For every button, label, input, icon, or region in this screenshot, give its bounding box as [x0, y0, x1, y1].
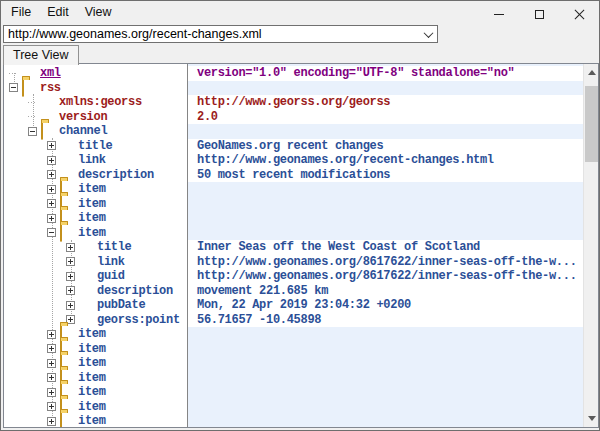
expander-plus-icon[interactable] — [47, 388, 56, 397]
tree-node-item[interactable]: item — [4, 197, 187, 212]
tree-node-label[interactable]: item — [78, 385, 106, 399]
tree-node-item[interactable]: item — [4, 211, 187, 226]
scroll-up-button[interactable] — [584, 64, 598, 81]
expander-plus-icon[interactable] — [66, 301, 75, 310]
tree-node-title[interactable]: title — [4, 139, 187, 154]
tree-node-label[interactable]: item — [78, 197, 106, 211]
value-row[interactable] — [188, 211, 598, 226]
value-row[interactable]: http://www.geonames.org/8617622/inner-se… — [188, 269, 598, 284]
tree-node-item[interactable]: item — [4, 342, 187, 357]
tree-node-label[interactable]: description — [97, 284, 173, 298]
value-row[interactable] — [188, 182, 598, 197]
tree-node-label[interactable]: item — [78, 226, 106, 240]
tree-node-label[interactable]: item — [78, 400, 106, 414]
tree-node-item[interactable]: item — [4, 414, 187, 427]
tree-node-label[interactable]: pubDate — [97, 298, 145, 312]
tree-node-item[interactable]: item — [4, 371, 187, 386]
tree-node-label[interactable]: xmlns:georss — [59, 95, 142, 109]
expander-minus-icon[interactable] — [47, 228, 56, 237]
expander-plus-icon[interactable] — [47, 156, 56, 165]
tree-node-label[interactable]: title — [78, 139, 113, 153]
value-row[interactable]: 2.0 — [188, 110, 598, 125]
value-row[interactable] — [188, 226, 598, 241]
tree-node-label[interactable]: item — [78, 327, 106, 341]
tree-node-description[interactable]: description — [4, 168, 187, 183]
combobox-dropdown-button[interactable] — [419, 26, 437, 42]
expander-plus-icon[interactable] — [66, 257, 75, 266]
tree-node-link[interactable]: link — [4, 255, 187, 270]
tree-node-label[interactable]: item — [78, 371, 106, 385]
expander-plus-icon[interactable] — [47, 170, 56, 179]
value-row[interactable] — [188, 342, 598, 357]
close-button[interactable] — [559, 1, 599, 27]
tree-node-label[interactable]: item — [78, 182, 106, 196]
expander-plus-icon[interactable] — [47, 402, 56, 411]
tree-node-channel[interactable]: channel — [4, 124, 187, 139]
value-row[interactable] — [188, 327, 598, 342]
value-row[interactable] — [188, 356, 598, 371]
tree-node-label[interactable]: item — [78, 356, 106, 370]
tree-node-pubDate[interactable]: pubDate — [4, 298, 187, 313]
tree-node-label[interactable]: guid — [97, 269, 125, 283]
tree-node-label[interactable]: description — [78, 168, 154, 182]
tree-node-label[interactable]: item — [78, 342, 106, 356]
expander-plus-icon[interactable] — [47, 330, 56, 339]
value-row[interactable]: version="1.0" encoding="UTF-8" standalon… — [188, 66, 598, 81]
tree-node-guid[interactable]: guid — [4, 269, 187, 284]
menu-file[interactable]: File — [3, 2, 39, 22]
expander-plus-icon[interactable] — [47, 199, 56, 208]
tree-node-label[interactable]: rss — [40, 81, 61, 95]
value-row[interactable]: http://www.georss.org/georss — [188, 95, 598, 110]
tab-tree-view[interactable]: Tree View — [3, 45, 79, 65]
tree-node-label[interactable]: xml — [40, 66, 61, 80]
tree-node-item[interactable]: item — [4, 356, 187, 371]
menu-view[interactable]: View — [77, 2, 120, 22]
expander-plus-icon[interactable] — [66, 272, 75, 281]
value-row[interactable] — [188, 385, 598, 400]
tree-node-label[interactable]: version — [59, 110, 107, 124]
value-row[interactable]: 50 most recent modifications — [188, 168, 598, 183]
value-row[interactable] — [188, 400, 598, 415]
expander-plus-icon[interactable] — [47, 359, 56, 368]
tree-node-label[interactable]: title — [97, 240, 132, 254]
tree-node-item[interactable]: item — [4, 182, 187, 197]
tree-node-item[interactable]: item — [4, 400, 187, 415]
tree-node-item[interactable]: item — [4, 327, 187, 342]
tree-node-rss[interactable]: rss — [4, 81, 187, 96]
scroll-down-button[interactable] — [584, 410, 598, 427]
expander-plus-icon[interactable] — [47, 344, 56, 353]
expander-plus-icon[interactable] — [47, 214, 56, 223]
vertical-scrollbar[interactable] — [583, 64, 598, 427]
tree-node-link[interactable]: link — [4, 153, 187, 168]
url-input[interactable] — [4, 26, 419, 42]
scrollbar-thumb[interactable] — [585, 86, 598, 162]
value-row[interactable]: GeoNames.org recent changes — [188, 139, 598, 154]
tree-node-description[interactable]: description — [4, 284, 187, 299]
tree-node-label[interactable]: channel — [59, 124, 107, 138]
tree-node-label[interactable]: georss:point — [97, 313, 180, 327]
expander-minus-icon[interactable] — [28, 127, 37, 136]
value-row[interactable]: http://www.geonames.org/recent-changes.h… — [188, 153, 598, 168]
tree-node-label[interactable]: item — [78, 414, 106, 427]
value-row[interactable]: 56.71657 -10.45898 — [188, 313, 598, 328]
tree-node-label[interactable]: link — [78, 153, 106, 167]
menu-edit[interactable]: Edit — [39, 2, 77, 22]
value-row[interactable] — [188, 124, 598, 139]
tree-node-label[interactable]: item — [78, 211, 106, 225]
tree-node-label[interactable]: link — [97, 255, 125, 269]
value-row[interactable] — [188, 197, 598, 212]
expander-plus-icon[interactable] — [47, 417, 56, 426]
expander-plus-icon[interactable] — [66, 243, 75, 252]
expander-plus-icon[interactable] — [47, 185, 56, 194]
value-row[interactable] — [188, 371, 598, 386]
value-row[interactable]: http://www.geonames.org/8617622/inner-se… — [188, 255, 598, 270]
expander-plus-icon[interactable] — [47, 141, 56, 150]
value-row[interactable]: Inner Seas off the West Coast of Scotlan… — [188, 240, 598, 255]
tree-node-item[interactable]: item — [4, 385, 187, 400]
maximize-button[interactable] — [519, 1, 559, 27]
minimize-button[interactable] — [479, 1, 519, 27]
value-row[interactable]: movement 221.685 km — [188, 284, 598, 299]
expander-plus-icon[interactable] — [66, 286, 75, 295]
tree-node-item[interactable]: item — [4, 226, 187, 241]
expander-plus-icon[interactable] — [47, 373, 56, 382]
